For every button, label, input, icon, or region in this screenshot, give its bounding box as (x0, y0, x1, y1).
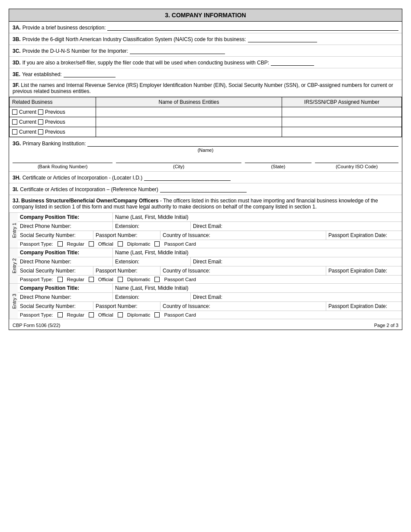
entry-3-ssn: Social Security Number: (18, 302, 93, 311)
input-3d[interactable] (271, 59, 314, 66)
checkbox-previous-2[interactable] (38, 119, 43, 125)
checkbox-previous-3[interactable] (38, 129, 43, 135)
section-header: 3. COMPANY INFORMATION (9, 9, 402, 22)
table-row: Current Previous (10, 117, 402, 127)
label-previous-1: Previous (45, 109, 65, 115)
checkbox-previous-1[interactable] (38, 109, 43, 115)
input-state[interactable] (245, 155, 311, 163)
label-3c: 3C. (13, 48, 21, 54)
field-3f-desc: 3F. List the names and Internal Revenue … (9, 80, 402, 97)
entry-1-checkbox-passport-card[interactable] (154, 241, 160, 247)
entry-2-position-title-label: Company Position Title: (18, 248, 113, 257)
entry-1-row-title: Company Position Title: Name (Last, Firs… (18, 213, 402, 222)
entry-1-name-label: Name (Last, First, Middle Initial) (113, 213, 402, 221)
entry-3-row-phone: Direct Phone Number: Extension: Direct E… (18, 293, 402, 302)
entry-3-row-title: Company Position Title: Name (Last, Firs… (18, 284, 402, 293)
entry-3-checkbox-passport-card[interactable] (154, 312, 160, 317)
related-business-cell-2: Current Previous (10, 117, 96, 127)
label-3i: 3I. (13, 186, 18, 192)
input-3a[interactable] (107, 24, 398, 31)
related-business-cell-1: Current Previous (10, 107, 96, 117)
label-3e: 3E. (13, 71, 20, 77)
entry-3-country: Country of Issuance: (161, 302, 326, 311)
number-cell-2[interactable] (282, 117, 402, 127)
input-3c[interactable] (130, 47, 225, 54)
input-city[interactable] (116, 155, 241, 163)
input-bank-routing[interactable] (13, 155, 112, 163)
col-irs-number: IRS/SSN/CBP Assigned Number (282, 97, 402, 107)
label-3b: 3B. (13, 36, 21, 42)
entry-1-checkbox-diplomatic[interactable] (118, 241, 123, 247)
field-3g: 3G. Primary Banking Institution: (Name) … (9, 138, 402, 172)
entry-3-label-regular: Regular (67, 312, 84, 317)
entry-1-checkbox-regular[interactable] (58, 241, 63, 247)
checkbox-current-2[interactable] (12, 119, 17, 125)
input-3i[interactable] (160, 186, 247, 192)
input-3h[interactable] (144, 174, 231, 181)
entry-2-container: Entry 2 Company Position Title: Name (La… (9, 248, 402, 284)
text-3d: If you are also a broker/self-filer, sup… (22, 60, 269, 66)
label-3f: 3F. (13, 82, 19, 88)
entry-2-email: Direct Email: (191, 257, 402, 266)
entry-1-label: Entry 1 (9, 213, 18, 248)
checkbox-current-1[interactable] (12, 109, 17, 115)
entry-2-row-phone: Direct Phone Number: Extension: Direct E… (18, 257, 402, 266)
entry-2-label-regular: Regular (67, 277, 84, 282)
name-cell-2[interactable] (96, 117, 282, 127)
entry-2-checkbox-diplomatic[interactable] (118, 277, 123, 282)
entry-2-row-title: Company Position Title: Name (Last, Firs… (18, 248, 402, 257)
entry-3-content: Company Position Title: Name (Last, Firs… (18, 284, 402, 319)
entry-2-checkbox-passport-card[interactable] (154, 277, 160, 282)
text-3e: Year established: (22, 71, 62, 77)
text-3a: Provide a brief business description: (22, 25, 106, 31)
label-3a: 3A. (13, 25, 21, 31)
input-3b[interactable] (248, 35, 317, 42)
text-3b: Provide the 6-digit North American Indus… (22, 36, 246, 42)
table-3f: Related Business Name of Business Entiti… (9, 97, 402, 137)
table-row: Current Previous (10, 127, 402, 137)
entry-1-checkbox-official[interactable] (89, 241, 94, 247)
entry-3-email: Direct Email: (191, 293, 402, 301)
label-previous-2: Previous (45, 119, 65, 125)
entry-3-checkbox-diplomatic[interactable] (118, 312, 123, 317)
label-state: (State) (245, 164, 311, 169)
entry-1-email: Direct Email: (191, 222, 402, 231)
entry-2-label-diplomatic: Diplomatic (127, 277, 151, 282)
entry-2-checkbox-regular[interactable] (58, 277, 63, 282)
input-3g-name[interactable] (87, 140, 398, 147)
label-current-2: Current (19, 119, 36, 125)
page-number: Page 2 of 3 (374, 323, 398, 328)
entry-2-extension: Extension: (113, 257, 191, 266)
entry-3-label-passport-card: Passport Card (164, 312, 196, 317)
field-3i: 3I. Certificate or Articles of Incorpora… (9, 183, 402, 195)
field-3e: 3E. Year established: (9, 68, 402, 80)
input-3e[interactable] (64, 71, 116, 77)
label-city: (City) (116, 164, 241, 169)
number-cell-3[interactable] (282, 127, 402, 137)
entry-3-expiration: Passport Expiration Date: (326, 302, 402, 311)
entry-1-label-diplomatic: Diplomatic (127, 241, 151, 247)
entry-2-checkbox-official[interactable] (89, 277, 94, 282)
text-3f: List the names and Internal Revenue Serv… (13, 82, 393, 94)
number-cell-1[interactable] (282, 107, 402, 117)
table-row: Current Previous (10, 107, 402, 117)
label-3g: 3G. (13, 141, 21, 147)
entry-3-label-diplomatic: Diplomatic (127, 312, 151, 317)
name-cell-1[interactable] (96, 107, 282, 117)
input-country-iso[interactable] (315, 155, 398, 163)
entry-1-ssn: Social Security Number: (18, 231, 93, 240)
entry-1-passport-num: Passport Number: (93, 231, 161, 240)
col-name-entities: Name of Business Entities (96, 97, 282, 107)
name-cell-3[interactable] (96, 127, 282, 137)
entry-3-checkbox-official[interactable] (89, 312, 94, 317)
text-3c: Provide the D-U-N-S Number for the Impor… (22, 48, 128, 54)
col-related-business: Related Business (10, 97, 96, 107)
entry-2-passport-type-label: Passport Type: (20, 277, 53, 282)
label-routing: (Bank Routing Number) (13, 164, 112, 169)
entry-3-checkbox-regular[interactable] (58, 312, 63, 317)
checkbox-current-3[interactable] (12, 129, 17, 135)
entry-1-extension: Extension: (113, 222, 191, 231)
entry-2-content: Company Position Title: Name (Last, Firs… (18, 248, 402, 283)
entry-3-container: Entry 3 Company Position Title: Name (La… (9, 284, 402, 319)
entry-2-passport-type-row: Passport Type: Regular Official Diplomat… (18, 276, 402, 283)
